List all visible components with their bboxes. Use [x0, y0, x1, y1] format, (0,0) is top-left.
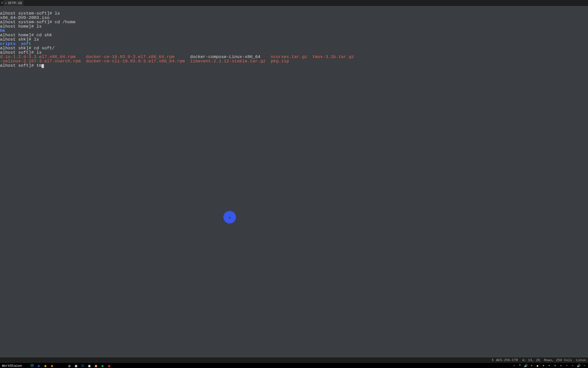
tray-icon-3[interactable]: ● [529, 363, 534, 368]
edge-icon[interactable]: ◉ [36, 363, 42, 368]
tray-icon-7[interactable]: ● [553, 363, 558, 368]
app-icon-3[interactable]: ◉ [106, 363, 112, 368]
tab-menu-button[interactable]: ≡ [1, 1, 4, 5]
tab-bar: ≡ ✔ SFTP-28 [0, 0, 588, 6]
windows-taskbar: WorkStaion ⓔ ◉ ◉ ◉ ▣ ▣ ⧉ ▣ ▣ ◉ ◉ ▫ ^ 🔊 ●… [0, 363, 588, 368]
tray-up-icon[interactable]: ^ [517, 363, 522, 368]
tab-label: SFTP-28 [8, 1, 22, 5]
terminal-output[interactable]: alhost system-soft]# lsx86_64-DVD-2003.i… [0, 6, 588, 357]
firefox-icon[interactable]: ◉ [49, 363, 55, 368]
tray-icon-2[interactable]: 🔊 [523, 363, 528, 368]
terminal-app-icon[interactable]: ▣ [86, 363, 92, 368]
vscode-icon[interactable]: ⧉ [80, 363, 86, 368]
tray-icon-10[interactable]: ▫ [570, 363, 575, 368]
mouse-cursor-icon: ➤ [229, 216, 231, 220]
tray-icon-4[interactable]: ◆ [535, 363, 540, 368]
terminal-size: Rows, 250 Cols [544, 358, 572, 362]
wechat-icon[interactable]: ◉ [100, 363, 106, 368]
tray-icon-8[interactable]: ● [558, 363, 564, 368]
session-tab[interactable]: ✔ SFTP-28 [4, 0, 23, 6]
ie-icon[interactable]: ⓔ [29, 363, 35, 368]
start-button[interactable]: WorkStaion [0, 364, 24, 368]
text-cursor [42, 64, 44, 68]
terminal-status-bar: ⥮ AES-256-CTR 4↕ 13, 26 Rows, 250 Cols L… [0, 357, 588, 363]
tray-icon-9[interactable]: ▫ [564, 363, 569, 368]
explorer-icon[interactable]: ▣ [93, 363, 99, 368]
cursor-position: 4↕ 13, 26 [522, 358, 540, 362]
encryption-status: ⥮ AES-256-CTR [491, 358, 518, 362]
tray-icon-11[interactable]: 🔊 [576, 363, 581, 368]
app-icon-1[interactable]: ▣ [66, 363, 72, 368]
chrome-icon[interactable]: ◉ [42, 363, 48, 368]
app-icon-2[interactable]: ▣ [73, 363, 79, 368]
os-type: Linux [576, 358, 586, 362]
tray-icon-1[interactable]: ▫ [511, 363, 517, 368]
tray-icon-5[interactable]: ● [541, 363, 546, 368]
connection-ok-icon: ✔ [5, 1, 7, 5]
tray-icon-6[interactable]: ▪ [547, 363, 552, 368]
tray-icon-12[interactable]: ▫ [582, 363, 587, 368]
